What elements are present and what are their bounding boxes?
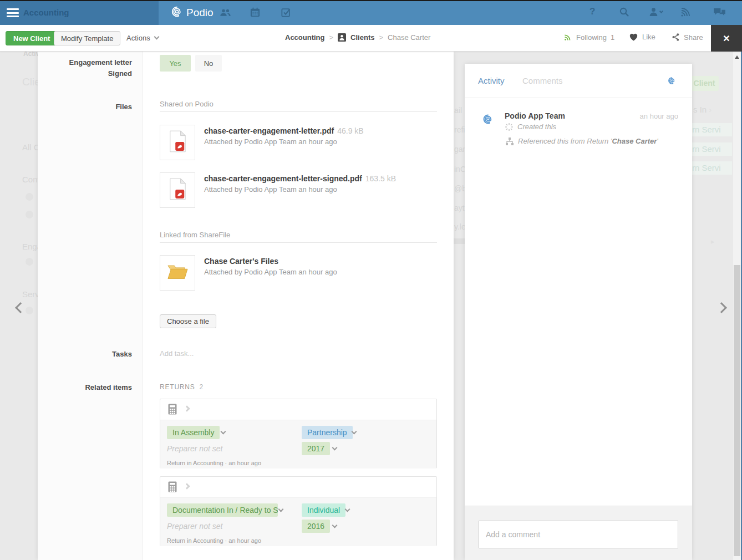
heart-icon (629, 33, 638, 41)
return-meta: Return in Accounting · an hour ago (167, 460, 261, 466)
podio-home-link[interactable]: Podio (171, 6, 214, 20)
workspace-title: Accounting (23, 8, 69, 17)
top-bar: Accounting Podio ? (0, 0, 742, 25)
chevron-down-icon[interactable] (332, 523, 338, 528)
tasks-icon[interactable] (281, 7, 291, 19)
scrollbar-thumb[interactable] (734, 265, 740, 556)
shared-on-podio-header: Shared on Podio (160, 100, 214, 108)
file-name[interactable]: chase-carter-engagement-letter-signed.pd… (204, 174, 362, 183)
podio-avatar-icon (482, 114, 494, 127)
file-thumbnail[interactable] (160, 172, 195, 208)
tab-comments[interactable]: Comments (522, 76, 563, 85)
chevron-down-icon[interactable] (221, 429, 226, 435)
backdrop-fragment: ail (454, 106, 462, 115)
returns-header: RETURNS2 (160, 383, 203, 391)
file-name[interactable]: chase-carter-engagement-letter.pdf (204, 126, 334, 135)
backdrop-radio-ghost (26, 258, 33, 266)
file-meta: Attached by Podio App Team an hour ago (204, 185, 337, 194)
backdrop-list-ghost: rn Servi (690, 123, 732, 136)
linked-folder-item: Chase Carter's Files Attached by Podio A… (160, 255, 437, 291)
file-size: 46.9 kB (337, 126, 363, 135)
prev-item-button[interactable] (15, 302, 26, 313)
linked-from-sharefile-header: Linked from ShareFile (160, 231, 230, 239)
created-icon (505, 123, 513, 133)
file-item: chase-carter-engagement-letter-signed.pd… (160, 172, 437, 208)
chat-icon[interactable] (713, 8, 726, 19)
calendar-icon[interactable] (250, 7, 260, 19)
return-status-tag[interactable]: Documentation In / Ready to Sta (167, 503, 278, 517)
chevron-down-icon[interactable] (345, 507, 350, 512)
return-status-tag[interactable]: In Assembly (167, 426, 220, 439)
breadcrumb-separator: > (379, 33, 383, 42)
backdrop-fragment: Serv (22, 289, 39, 299)
like-button[interactable]: Like (629, 33, 655, 41)
following-button[interactable]: Following 1 (563, 33, 614, 42)
field-label-column (38, 52, 143, 560)
account-icon[interactable] (649, 7, 663, 17)
backdrop-fragment: Cont (22, 175, 40, 184)
clients-app-icon (338, 33, 346, 42)
return-card: Documentation In / Ready to Sta Individu… (160, 476, 437, 546)
activity-author[interactable]: Podio App Team (505, 111, 565, 120)
divider (160, 242, 437, 243)
yes-button[interactable]: Yes (160, 55, 191, 72)
referenced-item-link[interactable]: Chase Carter (612, 137, 657, 145)
podio-logo-icon (171, 6, 183, 20)
choose-file-button[interactable]: Choose a file (160, 314, 216, 328)
help-icon[interactable]: ? (589, 6, 595, 17)
modify-template-button[interactable]: Modify Template (54, 31, 120, 45)
field-label-related: Related items (38, 382, 132, 393)
return-card-header[interactable] (160, 399, 436, 420)
activity-created-text: Created this (517, 123, 556, 131)
breadcrumb-app[interactable]: Accounting (285, 33, 325, 42)
following-rss-icon (563, 33, 572, 42)
folder-name[interactable]: Chase Carter's Files (204, 257, 278, 266)
breadcrumb-list[interactable]: Clients (350, 33, 374, 42)
file-item: chase-carter-engagement-letter.pdf46.9 k… (160, 125, 437, 160)
file-thumbnail[interactable] (160, 125, 195, 160)
backdrop-fragment: s In › (693, 105, 711, 114)
item-toolbar: New Client Modify Template Actions Accou… (0, 25, 742, 52)
page-scrollbar (733, 52, 741, 560)
backdrop-fragment: ▸ (711, 237, 715, 246)
actions-dropdown[interactable]: Actions (126, 34, 159, 42)
return-meta: Return in Accounting · an hour ago (167, 537, 261, 544)
share-button[interactable]: Share (672, 33, 703, 42)
next-item-button[interactable] (716, 302, 727, 313)
return-year-tag[interactable]: 2016 (302, 520, 330, 533)
notifications-icon[interactable] (680, 7, 691, 20)
scroll-up-button[interactable] (735, 55, 739, 59)
preparer-text: Preparer not set (167, 522, 222, 531)
pdf-icon (169, 178, 186, 202)
activity-timestamp: an hour ago (640, 112, 678, 120)
backdrop-ghost-button: Client (690, 76, 719, 91)
comment-input[interactable] (479, 521, 678, 548)
return-year-tag[interactable]: 2017 (302, 442, 330, 455)
reference-icon (506, 138, 514, 147)
contacts-icon[interactable] (220, 8, 231, 19)
activity-panel: Activity Comments Podio App Team an hour… (465, 64, 692, 560)
chevron-down-icon[interactable] (278, 507, 284, 512)
chevron-right-icon (184, 405, 190, 411)
return-type-tag[interactable]: Partnership (302, 426, 353, 439)
tab-activity[interactable]: Activity (478, 76, 505, 85)
hamburger-menu-button[interactable] (7, 8, 19, 17)
calculator-icon (168, 481, 177, 495)
breadcrumb-item: Chase Carter (388, 33, 430, 42)
breadcrumb: Accounting > Clients > Chase Carter (285, 33, 430, 42)
new-client-button[interactable]: New Client (6, 31, 58, 45)
return-type-tag[interactable]: Individual (302, 503, 345, 517)
backdrop-fragment: inC (454, 165, 466, 174)
no-button[interactable]: No (195, 55, 222, 72)
file-size: 163.5 kB (365, 174, 396, 183)
folder-thumbnail[interactable] (160, 255, 195, 291)
search-icon[interactable] (619, 7, 629, 19)
chevron-down-icon[interactable] (332, 445, 338, 451)
return-card-body: Documentation In / Ready to Sta Individu… (160, 497, 436, 546)
close-button[interactable]: ✕ (711, 25, 742, 52)
add-task-field[interactable]: Add task... (160, 349, 194, 358)
item-detail-panel: Engagement letter Signed Yes No Files Sh… (38, 52, 454, 560)
backdrop-list-ghost: rn Servi (690, 142, 732, 156)
backdrop-band (454, 238, 465, 244)
return-card-header[interactable] (160, 477, 436, 497)
